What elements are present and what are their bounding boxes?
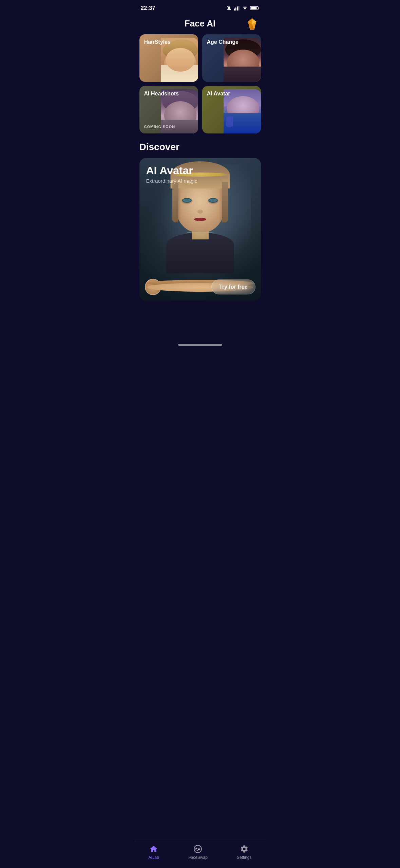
svg-rect-8 xyxy=(250,7,256,10)
discover-section: Discover xyxy=(134,142,266,301)
svg-marker-16 xyxy=(255,20,258,22)
hairstyles-label: HairStyles xyxy=(144,39,171,45)
svg-rect-4 xyxy=(238,6,239,11)
feature-grid: HairStyles Age Change xyxy=(134,34,266,133)
svg-rect-3 xyxy=(237,6,238,11)
feature-card-avatar[interactable]: AI Avatar xyxy=(202,86,261,133)
banner-subtitle: Extraordinary AI magic xyxy=(146,178,197,184)
ai-avatar-banner[interactable]: AI Avatar Extraordinary AI magic AI Avat… xyxy=(139,158,261,301)
banner-main-title: AI Avatar xyxy=(146,165,197,177)
banner-portrait-container xyxy=(139,182,261,273)
try-for-free-button[interactable]: Try for free xyxy=(211,279,255,294)
bell-muted-icon xyxy=(226,5,232,11)
page-title: Face AI xyxy=(185,18,216,29)
banner-avatar-face xyxy=(146,279,160,294)
banner-title-container: AI Avatar Extraordinary AI magic xyxy=(146,165,197,184)
status-icons xyxy=(226,5,260,11)
status-time: 22:37 xyxy=(141,5,155,12)
banner-avatar xyxy=(145,279,161,295)
headshots-label: AI Headshots xyxy=(144,91,179,97)
avatar-label: AI Avatar xyxy=(207,91,230,97)
banner-avatar-section: AI Avatar xyxy=(145,279,188,295)
svg-rect-2 xyxy=(235,7,236,11)
gem-icon[interactable] xyxy=(245,17,260,32)
coming-soon-badge: COMING SOON xyxy=(144,125,175,129)
svg-rect-1 xyxy=(234,8,235,11)
battery-icon xyxy=(250,6,260,11)
page-header: Face AI xyxy=(134,14,266,34)
feature-card-headshots[interactable]: AI Headshots COMING SOON xyxy=(139,86,198,133)
banner-bottom: AI Avatar Try for free xyxy=(145,279,255,295)
signal-icon xyxy=(234,6,240,11)
status-bar: 22:37 xyxy=(134,0,266,14)
svg-rect-7 xyxy=(258,7,259,9)
feature-card-age[interactable]: Age Change xyxy=(202,34,261,82)
discover-title: Discover xyxy=(139,142,261,152)
home-indicator xyxy=(178,344,222,346)
age-change-label: Age Change xyxy=(207,39,239,45)
svg-point-5 xyxy=(244,10,245,10)
wifi-icon xyxy=(242,6,248,11)
feature-card-hairstyles[interactable]: HairStyles xyxy=(139,34,198,82)
